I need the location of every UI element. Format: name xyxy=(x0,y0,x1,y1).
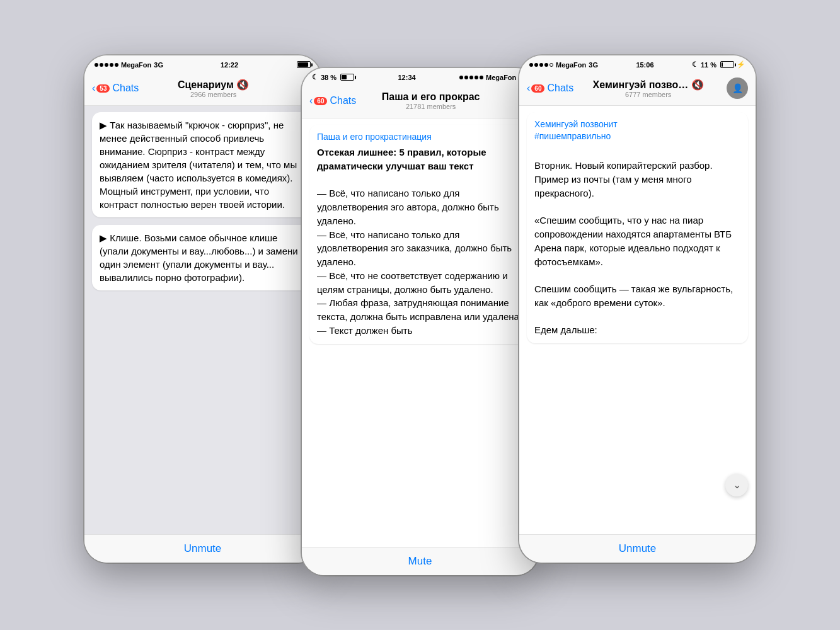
status-bar-3: MegaFon 3G 15:06 ☾ 11 % ⚡ xyxy=(519,55,756,73)
chat-content-3: Хемингуэй позвонит #пишемправильно Вторн… xyxy=(519,106,756,534)
channel-message-3: Хемингуэй позвонит #пишемправильно Вторн… xyxy=(527,112,748,344)
back-label-2: Chats xyxy=(330,95,356,106)
back-button-2[interactable]: ‹ 60 Chats xyxy=(309,95,356,106)
s1 xyxy=(529,63,533,67)
hashtag-3: #пишемправильно xyxy=(534,131,611,141)
mute-button-2[interactable]: Mute xyxy=(408,555,432,568)
unmute-button-1[interactable]: Unmute xyxy=(184,542,222,555)
nav-bar-2: ‹ 60 Chats Паша и его прокрас 21781 memb… xyxy=(302,86,538,118)
s4 xyxy=(544,63,548,67)
chevron-icon-1: ‹ xyxy=(92,83,95,94)
back-label-1: Chats xyxy=(112,83,139,94)
network-3: 3G xyxy=(589,61,598,69)
message-1-0: ▶ Так называемый "крючок - сюрприз", не … xyxy=(92,112,313,217)
badge-3: 60 xyxy=(531,84,544,93)
nav-title-1: Сценариум 🔇 xyxy=(139,79,288,91)
dot1 xyxy=(95,63,98,67)
nav-bar-3: ‹ 60 Chats Хемингуэй позво… 🔇 6777 membe… xyxy=(519,73,756,106)
chevron-icon-3: ‹ xyxy=(527,83,530,94)
signal-dots-2 xyxy=(459,76,483,79)
signal-dots-3 xyxy=(529,63,553,67)
mute-icon-3: 🔇 xyxy=(691,79,704,90)
bottom-bar-2[interactable]: Mute xyxy=(302,547,538,575)
d2 xyxy=(464,76,468,79)
scroll-down-button-3[interactable]: ⌄ xyxy=(725,474,748,496)
avatar-3: 👤 xyxy=(727,77,748,99)
moon-3: ☾ xyxy=(692,60,698,69)
nav-subtitle-3: 6777 members xyxy=(573,91,723,98)
bottom-bar-3[interactable]: Unmute xyxy=(519,534,756,563)
channel-name-2: Паша и его прокрастинация xyxy=(317,131,523,144)
nav-bar-1: ‹ 53 Chats Сценариум 🔇 2966 members xyxy=(84,73,321,106)
carrier-1: MegaFon xyxy=(121,61,151,69)
carrier-3: MegaFon xyxy=(556,61,586,69)
s5 xyxy=(549,63,553,67)
chat-content-1: ▶ Так называемый "крючок - сюрприз", не … xyxy=(84,106,321,534)
signal-dots-1 xyxy=(95,63,118,67)
chevron-down-icon-3: ⌄ xyxy=(733,479,741,491)
unmute-button-3[interactable]: Unmute xyxy=(619,542,657,555)
dot4 xyxy=(110,63,113,67)
d4 xyxy=(475,76,478,79)
dot2 xyxy=(100,63,103,67)
status-bar-1: MegaFon 3G 12:22 xyxy=(84,55,321,73)
d5 xyxy=(480,76,483,79)
battery-3 xyxy=(720,61,734,68)
message-1-1: ▶ Клише. Возьми самое обычное клише (упа… xyxy=(92,225,313,290)
battery-pct-3: 11 % xyxy=(701,61,716,69)
time-3: 15:06 xyxy=(636,61,653,69)
badge-2: 60 xyxy=(314,97,327,105)
phone-2: ☾ 38 % 12:34 MegaFon 3G xyxy=(302,68,538,575)
dot3 xyxy=(105,63,108,67)
nav-title-3: Хемингуэй позво… 🔇 xyxy=(573,79,723,91)
nav-right-3: 👤 xyxy=(723,77,748,99)
moon-2: ☾ xyxy=(312,73,318,81)
s3 xyxy=(539,63,543,67)
channel-message-2: Паша и его прокрастинация Отсекая лишнее… xyxy=(309,125,531,344)
badge-1: 53 xyxy=(96,84,110,93)
mute-icon-1: 🔇 xyxy=(236,79,249,90)
nav-center-2: Паша и его прокрас 21781 members xyxy=(356,91,505,110)
charging-icon-3: ⚡ xyxy=(737,60,745,69)
network-1: 3G xyxy=(154,61,163,69)
phone-3: MegaFon 3G 15:06 ☾ 11 % ⚡ ‹ 60 Chats xyxy=(519,55,756,563)
battery-2 xyxy=(340,74,354,81)
d3 xyxy=(469,76,473,79)
nav-subtitle-2: 21781 members xyxy=(356,103,505,110)
message-body-3: Вторник. Новый копирайтерский разбор. Пр… xyxy=(534,146,740,338)
phone-1: MegaFon 3G 12:22 ‹ 53 Chats Сценариум 🔇 xyxy=(84,55,321,563)
battery-pct-2: 38 % xyxy=(321,74,337,81)
chevron-icon-2: ‹ xyxy=(309,95,313,106)
chat-content-2: Паша и его прокрастинация Отсекая лишнее… xyxy=(302,118,538,547)
battery-1 xyxy=(297,61,311,68)
nav-center-3: Хемингуэй позво… 🔇 6777 members xyxy=(573,79,723,98)
nav-subtitle-1: 2966 members xyxy=(139,91,288,98)
nav-center-1: Сценариум 🔇 2966 members xyxy=(139,79,288,98)
s2 xyxy=(534,63,538,67)
nav-title-2: Паша и его прокрас xyxy=(356,91,505,103)
message-title-2: Отсекая лишнее: 5 правил, которые драмат… xyxy=(317,146,523,338)
back-button-3[interactable]: ‹ 60 Chats xyxy=(527,83,573,94)
bottom-bar-1[interactable]: Unmute xyxy=(84,534,321,563)
d1 xyxy=(459,76,463,79)
time-2: 12:34 xyxy=(398,74,415,81)
back-label-3: Chats xyxy=(547,83,573,94)
carrier-2: MegaFon xyxy=(486,74,516,81)
time-1: 12:22 xyxy=(221,61,238,69)
channel-header-3: Хемингуэй позвонит #пишемправильно xyxy=(534,118,740,143)
dot5 xyxy=(115,63,118,67)
back-button-1[interactable]: ‹ 53 Chats xyxy=(92,83,139,94)
status-bar-2: ☾ 38 % 12:34 MegaFon 3G xyxy=(302,68,538,86)
